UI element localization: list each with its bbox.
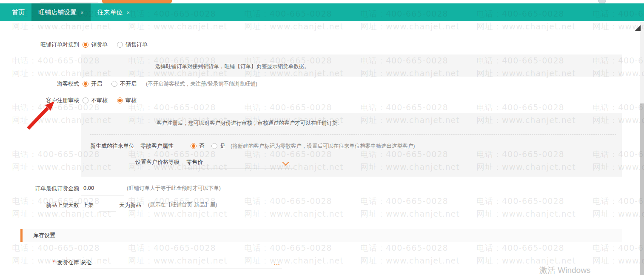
radio-selected-icon[interactable] — [83, 42, 88, 48]
form-row-guest-mode: 游客模式 开启 不开启 (不开启游客模式，未注册/登录前不能浏览旺铺) — [0, 80, 627, 89]
close-icon[interactable]: × — [80, 9, 84, 16]
radio-option-label: 不开启 — [120, 80, 137, 88]
order-dock-radio-group: 销货单 销售订单 — [83, 41, 157, 49]
radio-option-enabled[interactable]: 开启 — [83, 80, 102, 88]
min-amount-input[interactable]: 0.00 — [83, 185, 94, 191]
register-audit-help-text: 客户注册后，您可以对客户身份进行审核，审核通过的客户才可以在旺铺订货。 — [157, 120, 343, 127]
warehouse-label: 发货仓库 — [57, 259, 79, 266]
stock-section-header: 库存设置 — [20, 229, 622, 242]
radio-option-label: 销货单 — [91, 41, 108, 49]
tab-home[interactable]: 首页 — [5, 3, 31, 21]
scattered-radio-group: 否 是 (将新建的客户标记为零散客户，设置后可以在往来单位档案中筛选出这类客户) — [191, 142, 415, 150]
radio-option-label: 否 — [199, 142, 205, 150]
app-window: 首页 旺铺店铺设置 × 往来单位 × 旺铺订单对接到 销货单 销售订单 选择旺铺… — [0, 0, 644, 275]
warehouse-underline[interactable] — [80, 269, 282, 269]
radio-option-yes[interactable]: 是 — [211, 142, 225, 150]
section-accent-bar — [20, 229, 23, 242]
radio-unselected-icon[interactable] — [111, 81, 117, 87]
radio-option-label: 开启 — [91, 80, 102, 88]
activate-windows-watermark: 激活 Windows — [539, 265, 590, 275]
radio-option-sales-order[interactable]: 销售订单 — [117, 41, 148, 49]
radio-option-label: 审核 — [125, 97, 137, 104]
scrollbar-thumb[interactable] — [640, 103, 644, 275]
radio-option-no-audit[interactable]: 不审核 — [83, 97, 108, 104]
form-row-warehouse: * 发货仓库 总仓 ... — [0, 259, 627, 268]
guest-mode-label: 游客模式 — [0, 80, 79, 88]
register-audit-radio-group: 不审核 审核 — [83, 97, 146, 104]
radio-selected-icon[interactable] — [117, 97, 123, 103]
form-row-new-days: 新品上架天数 上架 天为新品 (展示在【旺铺首页-新品】里) — [0, 201, 627, 211]
new-partner-label: 新生成的往来单位 — [90, 142, 134, 150]
ellipsis-picker-icon[interactable]: ... — [274, 260, 280, 266]
form-row-min-amount: 订单最低订货金额 0.00 (旺铺订单大于等于此金额时才可以下单) — [0, 185, 627, 194]
top-toolbar-strip — [0, 0, 644, 3]
radio-unselected-icon[interactable] — [211, 143, 217, 149]
scroll-corner-icon[interactable] — [634, 25, 641, 32]
radio-option-no[interactable]: 否 — [191, 142, 205, 150]
close-icon[interactable]: × — [127, 9, 130, 16]
price-level-select[interactable]: 零售价 — [186, 158, 203, 166]
min-amount-underline[interactable] — [81, 195, 124, 195]
radio-option-audit[interactable]: 审核 — [117, 97, 137, 104]
top-orange-button[interactable] — [102, 0, 172, 3]
guest-mode-hint: (不开启游客模式，未注册/登录前不能浏览旺铺) — [146, 80, 257, 88]
price-level-label: 设置客户价格等级 — [135, 158, 180, 166]
dotted-divider — [90, 134, 616, 135]
price-level-select-underline[interactable] — [184, 169, 294, 169]
chevron-down-icon[interactable] — [282, 159, 289, 166]
new-partner-hint: (将新建的客户标记为零散客户，设置后可以在往来单位档案中筛选出这类客户) — [231, 143, 415, 150]
guest-mode-radio-group: 开启 不开启 (不开启游客模式，未注册/登录前不能浏览旺铺) — [83, 80, 257, 88]
stock-section-title: 库存设置 — [33, 229, 55, 242]
order-dock-help-text: 选择旺铺订单对接到销货单，旺铺【订单】页签显示销货单数据。 — [155, 63, 310, 70]
radio-selected-icon[interactable] — [83, 81, 88, 87]
required-asterisk: * — [53, 259, 55, 265]
new-days-label: 新品上架天数 — [0, 201, 79, 209]
min-amount-hint: (旺铺订单大于等于此金额时才可以下单) — [127, 185, 221, 192]
tab-home-label: 首页 — [12, 9, 25, 17]
new-days-suffix: 天为新品 — [119, 201, 141, 209]
tab-partners-label: 往来单位 — [97, 9, 123, 17]
register-audit-label: 客户注册审核 — [0, 97, 79, 104]
warehouse-input[interactable]: 总仓 — [81, 259, 92, 266]
tab-partners[interactable]: 往来单位 × — [91, 3, 137, 21]
min-amount-label: 订单最低订货金额 — [0, 185, 79, 192]
scattered-customer-label: 零散客户属性 — [140, 142, 174, 150]
radio-option-disabled[interactable]: 不开启 — [111, 80, 137, 88]
radio-unselected-icon[interactable] — [83, 97, 88, 103]
tab-bar: 首页 旺铺店铺设置 × 往来单位 × — [0, 3, 644, 21]
radio-option-label: 不审核 — [91, 97, 108, 104]
tab-shop-settings-label: 旺铺店铺设置 — [38, 9, 77, 17]
order-dock-label: 旺铺订单对接到 — [0, 41, 79, 49]
radio-option-label: 销售订单 — [125, 41, 148, 49]
tab-shop-settings[interactable]: 旺铺店铺设置 × — [31, 3, 91, 21]
form-row-new-partner: 新生成的往来单位 零散客户属性 否 是 (将新建的客户标记为零散客户，设置后可以… — [0, 142, 627, 152]
top-search-input[interactable] — [40, 3, 98, 3]
radio-selected-icon[interactable] — [191, 143, 197, 149]
radio-option-sales-slip[interactable]: 销货单 — [83, 41, 108, 49]
form-row-price-level: 设置客户价格等级 零售价 — [0, 158, 627, 168]
form-row-register-audit: 客户注册审核 不审核 审核 — [0, 97, 627, 106]
new-days-prefix: 上架 — [83, 201, 94, 209]
new-days-hint: (展示在【旺铺首页-新品】里) — [148, 201, 217, 209]
radio-option-label: 是 — [220, 142, 225, 150]
form-row-order-dock: 旺铺订单对接到 销货单 销售订单 — [0, 41, 627, 50]
new-days-input[interactable] — [99, 212, 116, 212]
radio-unselected-icon[interactable] — [117, 42, 123, 48]
